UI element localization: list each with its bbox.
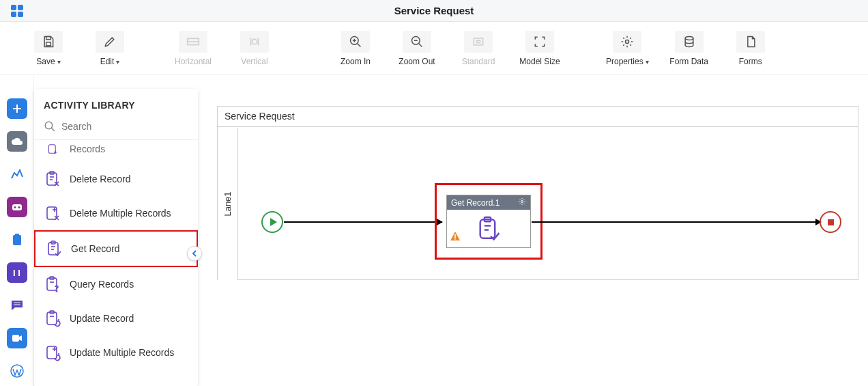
item-label: Records <box>70 143 105 155</box>
activity-item-delete-multiple[interactable]: Delete Multiple Records <box>34 196 198 230</box>
chevron-down-icon: ▾ <box>57 58 61 66</box>
svg-point-56 <box>56 290 57 291</box>
rail-chat-icon[interactable] <box>7 295 27 316</box>
page-title: Service Request <box>34 5 834 16</box>
activity-item-create-multiple[interactable]: Records <box>34 140 198 162</box>
item-label: Delete Record <box>70 174 131 185</box>
zoom-out-button[interactable]: Zoom Out <box>396 31 438 66</box>
svg-line-12 <box>358 43 361 46</box>
svg-rect-4 <box>46 36 51 39</box>
clipboard-refresh-icon <box>44 309 61 327</box>
activity-node-get-record[interactable]: Get Record.1 <box>435 183 542 260</box>
save-label: Save <box>36 57 55 66</box>
chevron-left-icon <box>191 250 198 257</box>
rail-heading-icon[interactable]: I I <box>7 262 27 283</box>
start-node[interactable] <box>261 211 283 233</box>
svg-rect-1 <box>18 5 23 10</box>
horizontal-label: Horizontal <box>175 57 212 66</box>
zoom-in-label: Zoom In <box>341 57 371 66</box>
rail-wordpress-icon[interactable] <box>7 361 27 381</box>
clipboard-refresh-multi-icon <box>44 344 61 361</box>
chevron-down-icon: ▾ <box>646 58 649 66</box>
edit-label: Edit <box>100 57 115 66</box>
svg-point-20 <box>626 40 629 43</box>
svg-line-16 <box>419 43 422 46</box>
rail-chart-icon[interactable] <box>7 164 27 184</box>
svg-rect-5 <box>46 42 51 45</box>
activity-list: Records Delete Record Delete Multiple Re… <box>34 140 198 370</box>
clipboard-x-multi-icon <box>44 204 61 222</box>
activity-library-heading: ACTIVITY LIBRARY <box>34 89 198 118</box>
standard-label: Standard <box>462 57 495 66</box>
layout-vertical-button: Vertical <box>233 31 276 66</box>
chevron-down-icon: ▾ <box>116 58 119 66</box>
svg-point-9 <box>252 39 257 44</box>
activity-item-get-record[interactable]: Get Record <box>34 230 198 267</box>
svg-rect-44 <box>47 207 57 219</box>
connector-activity-to-end[interactable] <box>532 221 821 223</box>
clipboard-check-icon <box>45 240 63 258</box>
svg-point-25 <box>14 206 16 208</box>
zoom-in-button[interactable]: Zoom In <box>334 31 377 66</box>
zoom-model-size-button[interactable]: Model Size <box>519 31 561 66</box>
left-rail: I I <box>0 75 34 386</box>
item-label: Delete Multiple Records <box>70 208 171 219</box>
search-icon <box>44 120 56 133</box>
svg-point-26 <box>18 206 20 208</box>
save-button[interactable]: Save▾ <box>27 31 70 66</box>
clipboard-plus-icon <box>44 140 61 158</box>
title-bar: Service Request <box>0 0 868 22</box>
svg-rect-24 <box>12 204 22 210</box>
lane-header[interactable]: Lane1 <box>218 128 238 280</box>
svg-rect-0 <box>11 5 16 10</box>
clipboard-check-icon <box>475 215 502 243</box>
model-size-label: Model Size <box>519 57 560 66</box>
properties-button[interactable]: Properties▾ <box>606 31 649 66</box>
svg-rect-18 <box>474 38 482 45</box>
activity-library-panel: ACTIVITY LIBRARY Records Delete Record D… <box>34 89 198 386</box>
clipboard-question-icon <box>44 275 61 293</box>
svg-point-63 <box>521 201 523 203</box>
clipboard-x-icon <box>44 170 61 188</box>
activity-item-query-records[interactable]: Query Records <box>34 267 198 301</box>
connector-start-to-activity[interactable] <box>284 221 442 223</box>
svg-rect-2 <box>11 12 16 17</box>
rail-add-button[interactable] <box>7 98 27 119</box>
activity-item-update-multiple[interactable]: Update Multiple Records <box>34 335 198 370</box>
panel-collapse-button[interactable] <box>187 246 202 261</box>
svg-line-34 <box>51 128 55 131</box>
svg-rect-28 <box>15 234 19 236</box>
forms-label: Forms <box>739 57 762 66</box>
forms-button[interactable]: Forms <box>729 31 772 66</box>
svg-rect-27 <box>13 235 21 245</box>
process-canvas[interactable]: Service Request Lane1 Get Record.1 <box>217 106 858 280</box>
warning-icon <box>450 231 461 245</box>
item-label: Update Multiple Records <box>70 347 174 359</box>
properties-label: Properties <box>606 57 643 66</box>
item-label: Update Record <box>70 313 134 325</box>
activity-search[interactable] <box>34 118 198 140</box>
item-label: Query Records <box>70 279 134 290</box>
layout-horizontal-button: Horizontal <box>172 31 214 66</box>
search-input[interactable] <box>61 121 188 132</box>
item-label: Get Record <box>71 243 120 255</box>
rail-cloud-icon[interactable] <box>7 131 27 152</box>
svg-rect-3 <box>18 12 23 17</box>
edit-button[interactable]: Edit▾ <box>89 31 131 66</box>
zoom-out-label: Zoom Out <box>399 57 435 66</box>
activity-item-delete-record[interactable]: Delete Record <box>34 162 198 196</box>
svg-point-21 <box>685 36 693 40</box>
rail-bot-icon[interactable] <box>7 197 27 217</box>
vertical-label: Vertical <box>241 57 267 66</box>
activity-item-update-record[interactable]: Update Record <box>34 301 198 335</box>
gear-icon[interactable] <box>518 197 526 208</box>
app-grid-icon[interactable] <box>0 4 34 18</box>
rail-clipboard-icon[interactable] <box>7 230 27 250</box>
lane-body[interactable]: Get Record.1 <box>238 128 858 279</box>
svg-rect-31 <box>12 335 19 342</box>
rail-video-icon[interactable] <box>7 328 27 348</box>
activity-node-label: Get Record.1 <box>451 198 500 208</box>
form-data-button[interactable]: Form Data <box>668 31 710 66</box>
end-node[interactable] <box>820 211 841 233</box>
form-data-label: Form Data <box>669 57 708 66</box>
